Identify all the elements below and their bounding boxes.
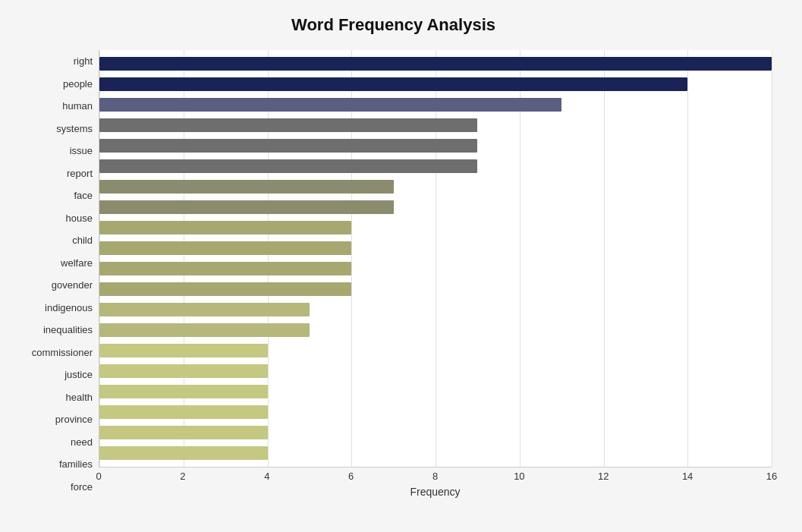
x-tick-item: 10 (514, 471, 524, 482)
bar (99, 241, 351, 255)
y-label: face (15, 186, 93, 206)
bar-row (99, 240, 772, 257)
x-tick-item: 14 (682, 471, 693, 482)
x-tick-item: 2 (180, 471, 185, 482)
bar-row (99, 55, 772, 72)
bar-row (99, 76, 772, 93)
bar-row (99, 137, 772, 154)
x-axis-label: Frequency (99, 486, 772, 498)
bar-row (99, 383, 772, 400)
bar-row (99, 342, 772, 359)
bar-row (99, 158, 772, 175)
bar (99, 364, 268, 378)
bar (99, 139, 477, 153)
chart-area: rightpeoplehumansystemsissuereportfaceho… (15, 50, 772, 498)
bar (99, 323, 310, 337)
y-label: families (15, 455, 93, 474)
bars-and-xaxis: 0246810121416 Frequency (99, 50, 772, 498)
x-tick-item: 4 (264, 471, 269, 482)
y-label: right (15, 52, 93, 71)
bar (99, 282, 351, 296)
y-label: report (15, 163, 93, 183)
bar (99, 344, 268, 357)
x-tick-item: 6 (348, 471, 354, 482)
bar-row (99, 301, 772, 318)
bar (99, 446, 268, 460)
bar-row (99, 199, 772, 216)
bar-row (99, 363, 772, 379)
bars-wrapper (99, 50, 772, 467)
bar-row (99, 322, 772, 338)
bar (99, 200, 394, 214)
y-label: issue (15, 141, 93, 161)
bar-row (99, 424, 772, 441)
bar-row (99, 117, 772, 134)
y-label: house (15, 208, 93, 228)
y-label: human (15, 96, 93, 116)
x-tick-item: 0 (96, 471, 101, 482)
bar (99, 159, 477, 173)
y-label: commissioner (15, 342, 93, 362)
grid-line (772, 50, 772, 467)
y-label: systems (15, 118, 93, 138)
bar-row (99, 281, 772, 297)
bar (99, 57, 772, 71)
bar-row (99, 445, 772, 461)
y-label: need (15, 432, 93, 452)
bar-row (99, 404, 772, 420)
bar (99, 118, 477, 132)
bar-row (99, 260, 772, 277)
bar (99, 385, 268, 398)
bar (99, 426, 268, 439)
bar (99, 98, 561, 112)
y-label: indigenous (15, 297, 93, 317)
y-label: people (15, 74, 93, 93)
x-tick-item: 8 (432, 471, 438, 482)
y-label: force (15, 477, 93, 496)
bar (99, 262, 351, 275)
y-label: child (15, 231, 93, 250)
bar (99, 405, 268, 419)
y-label: health (15, 387, 93, 407)
chart-container: Word Frequency Analysis rightpeoplehuman… (0, 0, 802, 532)
bar (99, 180, 394, 194)
chart-title: Word Frequency Analysis (15, 15, 772, 35)
x-axis: 0246810121416 Frequency (99, 467, 772, 498)
x-tick-item: 16 (766, 471, 777, 482)
bar-row (99, 96, 772, 113)
bar-row (99, 178, 772, 195)
y-label: inequalities (15, 320, 93, 340)
bars-area (99, 50, 772, 467)
y-label: province (15, 410, 93, 430)
y-label: govender (15, 275, 93, 295)
x-ticks-container: 0246810121416 (99, 467, 772, 483)
y-label: welfare (15, 253, 93, 272)
x-tick-item: 12 (598, 471, 609, 482)
y-label: justice (15, 365, 93, 385)
bar-row (99, 219, 772, 236)
y-axis: rightpeoplehumansystemsissuereportfaceho… (15, 50, 99, 498)
bar (99, 77, 687, 91)
bar (99, 303, 310, 316)
bar (99, 221, 351, 235)
